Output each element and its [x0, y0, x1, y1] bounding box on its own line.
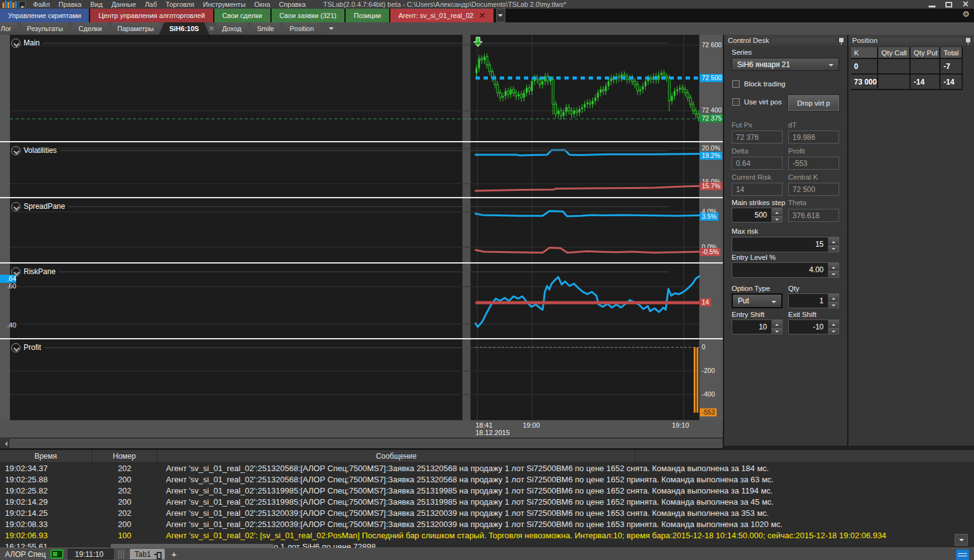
- document-tab-strip: ЛогРезультатыСделкиПараметрыSiH6:10S✕Дох…: [0, 22, 974, 35]
- spin-up-icon[interactable]: [772, 208, 782, 216]
- menu-item[interactable]: Справка: [275, 1, 310, 8]
- tab-dropdown-icon[interactable]: [324, 22, 338, 35]
- log-column-header[interactable]: Время: [0, 450, 92, 462]
- pane-header: Volatilities: [11, 145, 695, 155]
- spin-up-icon[interactable]: [829, 320, 838, 328]
- tab-dropdown-icon[interactable]: [496, 9, 505, 22]
- spin-down-icon[interactable]: [829, 328, 838, 334]
- position-titlebar[interactable]: Position: [848, 35, 974, 45]
- table-row[interactable]: 0-7: [851, 59, 963, 75]
- column-header[interactable]: Qty Call: [878, 47, 911, 59]
- drop-virt-pos-button[interactable]: Drop virt p: [788, 95, 839, 111]
- workspace-tab[interactable]: Позиции: [346, 9, 389, 22]
- use-virt-pos-checkbox[interactable]: Use virt pos: [732, 98, 782, 106]
- log-row[interactable]: 19:02:14.29200Агент 'sv_si_01_real_02':2…: [0, 497, 974, 508]
- close-icon[interactable]: ✕: [479, 12, 485, 19]
- pane-divider[interactable]: [0, 141, 723, 142]
- collapse-chevron-icon[interactable]: [11, 146, 21, 155]
- spin-down-icon[interactable]: [829, 245, 838, 252]
- table-cell: [878, 75, 911, 90]
- menu-item[interactable]: Файл: [29, 1, 54, 8]
- time-axis-label: 19:10: [672, 421, 689, 429]
- gear-icon[interactable]: ⚙: [962, 10, 970, 18]
- doc-tab-position[interactable]: Position: [279, 22, 324, 35]
- entry-level-input[interactable]: 4.00: [732, 262, 839, 278]
- spin-up-icon[interactable]: [829, 294, 838, 301]
- pane-divider[interactable]: [0, 338, 723, 339]
- spin-up-icon[interactable]: [772, 320, 782, 328]
- doc-tab-параметры[interactable]: Параметры: [107, 22, 165, 35]
- doc-tab-доход[interactable]: Доход: [211, 22, 252, 35]
- workspace-tab[interactable]: Управление скриптами: [0, 9, 89, 22]
- menu-item[interactable]: Вид: [86, 1, 107, 8]
- menu-item[interactable]: Инструменты: [198, 1, 250, 8]
- drag-handle[interactable]: [881, 38, 962, 42]
- log-number-cell: 200: [92, 474, 157, 485]
- max-risk-input[interactable]: 15: [732, 237, 839, 252]
- spin-down-icon[interactable]: [829, 301, 838, 308]
- log-column-header[interactable]: Номер: [92, 450, 157, 462]
- pin-icon[interactable]: [966, 38, 970, 42]
- column-header[interactable]: Total: [940, 47, 963, 59]
- workspace-tab[interactable]: Центр управления алготорговлей: [90, 9, 213, 22]
- toolbar-icon[interactable]: [19, 1, 25, 8]
- spin-down-icon[interactable]: [772, 216, 782, 223]
- log-row[interactable]: 19:02:14.25202Агент 'sv_si_01_real_02':2…: [0, 508, 974, 519]
- log-scroll-down-icon[interactable]: [955, 534, 968, 546]
- scroll-left-icon[interactable]: [0, 439, 9, 449]
- option-type-dropdown[interactable]: Put: [732, 293, 783, 308]
- pane-divider[interactable]: [0, 262, 723, 264]
- column-header[interactable]: K: [851, 47, 878, 59]
- drag-handle[interactable]: [773, 38, 835, 42]
- menu-item[interactable]: Правка: [54, 1, 86, 8]
- minimize-icon[interactable]: [929, 6, 935, 7]
- log-column-header[interactable]: Сообщение: [157, 450, 636, 462]
- log-message-cell: Агент 'sv_si_01_real_02':251320568:[АЛОР…: [157, 474, 774, 485]
- collapse-chevron-icon[interactable]: [11, 202, 21, 211]
- doc-tab-результаты[interactable]: Результаты: [16, 22, 73, 35]
- workspace-tab-strip: Управление скриптамиЦентр управления алг…: [0, 9, 974, 22]
- block-trading-checkbox[interactable]: Block trading: [732, 80, 785, 88]
- chart-canvas[interactable]: [0, 35, 723, 423]
- pin-icon[interactable]: [154, 552, 160, 557]
- qty-input[interactable]: 1: [788, 293, 839, 308]
- document-icon[interactable]: [956, 549, 969, 560]
- maximize-icon[interactable]: [945, 2, 952, 7]
- spin-up-icon[interactable]: [829, 237, 838, 245]
- close-icon[interactable]: ✕: [962, 1, 969, 8]
- workspace-tab[interactable]: Свои сделки: [214, 9, 270, 22]
- log-row[interactable]: 19:02:25.82202Агент 'sv_si_01_real_02':2…: [0, 485, 974, 497]
- menu-item[interactable]: Окна: [250, 1, 275, 8]
- workspace-bottom-tab[interactable]: Tab1: [130, 549, 165, 559]
- doc-tab-сделки[interactable]: Сделки: [68, 22, 113, 35]
- column-header[interactable]: Qty Put: [911, 47, 940, 59]
- add-tab-button[interactable]: +: [169, 549, 180, 559]
- doc-tab-sih6-10s[interactable]: SiH6:10S: [159, 22, 209, 35]
- entry-shift-input[interactable]: 10: [732, 319, 783, 334]
- log-row[interactable]: 19:02:25.88200Агент 'sv_si_01_real_02':2…: [0, 474, 974, 485]
- collapse-chevron-icon[interactable]: [11, 39, 21, 48]
- pane-divider[interactable]: [0, 197, 723, 198]
- series-dropdown[interactable]: SiH6 января 21: [732, 58, 839, 71]
- collapse-chevron-icon[interactable]: [11, 343, 21, 352]
- exit-shift-input[interactable]: -10: [788, 319, 839, 334]
- pin-icon[interactable]: [839, 38, 843, 42]
- log-row[interactable]: 19:02:08.33200Агент 'sv_si_01_real_02':2…: [0, 519, 974, 530]
- spin-up-icon[interactable]: [829, 263, 838, 270]
- doc-tab-smile[interactable]: Smile: [246, 22, 285, 35]
- menu-item[interactable]: Лаб: [140, 1, 162, 8]
- scrollbar-thumb[interactable]: [10, 439, 722, 448]
- menu-item[interactable]: Торговля: [162, 1, 199, 8]
- main-strikes-step-input[interactable]: 500: [732, 208, 783, 223]
- log-row[interactable]: 19:02:34.37202Агент 'sv_si_01_real_02':2…: [0, 463, 974, 474]
- table-row[interactable]: 73 000-14-14: [851, 75, 963, 90]
- log-message-cell: Агент 'sv_si_01_real_02':251320039:[АЛОР…: [157, 519, 783, 530]
- spin-down-icon[interactable]: [829, 270, 838, 277]
- log-row[interactable]: 19:02:06.93100Агент 'sv_si_01_real_02': …: [0, 530, 974, 541]
- chart-scrollbar[interactable]: [0, 438, 723, 448]
- workspace-tab[interactable]: Свои заявки (321): [272, 9, 345, 22]
- spin-down-icon[interactable]: [772, 328, 782, 334]
- workspace-tab[interactable]: Агент: sv_si_01_real_02✕: [390, 9, 494, 22]
- control-desk-titlebar[interactable]: Control Desk: [724, 35, 847, 45]
- menu-item[interactable]: Данные: [107, 1, 140, 8]
